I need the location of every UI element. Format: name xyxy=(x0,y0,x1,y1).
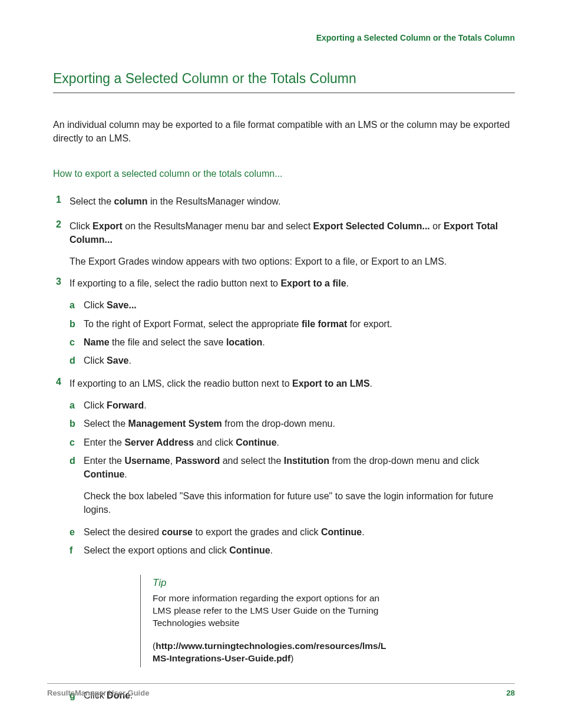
text-run: Select the export options and click xyxy=(84,545,229,555)
text-run: for export. xyxy=(347,319,392,329)
text-run: To the right of Export Format, select th… xyxy=(84,319,302,329)
substep-text: Select the Management System from the dr… xyxy=(84,417,515,430)
howto-heading: How to export a selected column or the t… xyxy=(53,169,515,179)
substep-3b: b To the right of Export Format, select … xyxy=(70,317,515,331)
substep-3c: c Name the file and select the save loca… xyxy=(70,335,515,349)
tip-url: (http://www.turningtechnologies.com/reso… xyxy=(153,640,388,665)
substep-letter: d xyxy=(70,454,84,517)
substep-4b: b Select the Management System from the … xyxy=(70,417,515,430)
text-run: Click xyxy=(84,300,107,310)
substep-3a: a Click Save... xyxy=(70,298,515,312)
substep-3d: d Click Save. xyxy=(70,354,515,367)
text-run: Enter the xyxy=(84,437,124,447)
bold-run: Save xyxy=(107,355,128,365)
substep-text: Click Forward. xyxy=(84,398,515,412)
substep-text: Click Save... xyxy=(84,298,515,312)
step-note: The Export Grades window appears with tw… xyxy=(70,255,515,268)
bold-run: Username xyxy=(124,456,170,466)
bold-run: Institution xyxy=(284,456,329,466)
text-run: If exporting to an LMS, click the readio… xyxy=(70,378,292,388)
bold-run: Export xyxy=(92,221,123,231)
substep-letter: d xyxy=(70,354,84,367)
bold-run: Export to an LMS xyxy=(292,378,370,388)
step-number: 1 xyxy=(53,195,70,208)
bold-run: Management System xyxy=(128,419,222,429)
bold-run: Server Address xyxy=(124,437,194,447)
text-run: Enter the xyxy=(84,456,124,466)
bold-run: Continue xyxy=(236,437,276,447)
step-1: 1 Select the column in the ResultsManage… xyxy=(53,195,515,208)
bold-run: course xyxy=(162,527,193,537)
text-run: Select the xyxy=(84,419,128,429)
text-run: . xyxy=(362,527,364,537)
bold-run: http://www.turningtechnologies.com/resou… xyxy=(153,641,386,663)
step-number: 4 xyxy=(53,377,70,558)
text-run: and select the xyxy=(220,456,284,466)
running-head: Exporting a Selected Column or the Total… xyxy=(53,33,515,42)
intro-paragraph: An individual column may be exported to … xyxy=(53,118,515,145)
tip-heading: Tip xyxy=(153,577,388,589)
substep-4e: e Select the desired course to export th… xyxy=(70,525,515,539)
text-run: Select the desired xyxy=(84,527,162,537)
substep-letter: a xyxy=(70,398,84,412)
tip-text: For more information regarding the expor… xyxy=(153,592,388,630)
bold-run: file format xyxy=(302,319,347,329)
substep-4c: c Enter the Server Address and click Con… xyxy=(70,436,515,449)
bold-run: location xyxy=(226,337,262,347)
step-number: 2 xyxy=(53,219,70,269)
text-run: on the ResultsManager menu bar and selec… xyxy=(123,221,313,231)
text-run: . xyxy=(277,437,279,447)
bold-run: Continue xyxy=(229,545,270,555)
bold-run: Password xyxy=(176,456,220,466)
text-run: . xyxy=(346,278,349,288)
page-title: Exporting a Selected Column or the Total… xyxy=(53,71,515,87)
text-run: . xyxy=(270,545,273,555)
step-text: If exporting to a file, select the radio… xyxy=(70,276,515,290)
text-run: , xyxy=(170,456,176,466)
substep-letter: e xyxy=(70,525,84,539)
bold-run: Export to a file xyxy=(280,278,346,288)
substep-letter: c xyxy=(70,335,84,349)
text-run: . xyxy=(124,469,127,479)
text-run: from the drop-down menu and click xyxy=(329,456,479,466)
text-run: . xyxy=(128,355,131,365)
page-footer: ResultsManager User Guide 28 xyxy=(47,683,515,697)
page-number: 28 xyxy=(507,689,515,697)
text-run: ) xyxy=(290,653,293,663)
substep-letter: b xyxy=(70,317,84,331)
step-number: 3 xyxy=(53,276,70,368)
text-run: to export the grades and click xyxy=(193,527,321,537)
text-run: . xyxy=(262,337,265,347)
substep-4f: f Select the export options and click Co… xyxy=(70,543,515,557)
text-run: from the drop-down menu. xyxy=(222,419,335,429)
footer-title: ResultsManager User Guide xyxy=(47,689,149,697)
substep-text: Name the file and select the save locati… xyxy=(84,335,515,349)
substep-text: Select the export options and click Cont… xyxy=(84,543,515,557)
text-run: If exporting to a file, select the radio… xyxy=(70,278,280,288)
bold-run: Name xyxy=(84,337,110,347)
substep-text: Enter the Username, Password and select … xyxy=(84,454,515,481)
bold-run: Save... xyxy=(107,300,137,310)
substep-letter: b xyxy=(70,417,84,430)
substep-letter: c xyxy=(70,436,84,449)
text-run: or xyxy=(430,221,444,231)
text-run: . xyxy=(370,378,372,388)
substep-4a: a Click Forward. xyxy=(70,398,515,412)
substep-text: To the right of Export Format, select th… xyxy=(84,317,515,331)
substep-note: Check the box labeled "Save this informa… xyxy=(84,489,515,516)
bold-run: Export Selected Column... xyxy=(313,221,430,231)
substep-letter: a xyxy=(70,298,84,312)
step-2: 2 Click Export on the ResultsManager men… xyxy=(53,219,515,269)
step-4: 4 If exporting to an LMS, click the read… xyxy=(53,377,515,558)
step-text: Click Export on the ResultsManager menu … xyxy=(70,219,515,246)
substep-letter: f xyxy=(70,543,84,557)
text-run: Click xyxy=(84,355,107,365)
bold-run: Continue xyxy=(321,527,362,537)
tip-callout: Tip For more information regarding the e… xyxy=(140,575,388,667)
bold-run: column xyxy=(114,196,148,206)
text-run: Click xyxy=(84,400,107,410)
text-run: Click xyxy=(70,221,92,231)
substep-text: Select the desired course to export the … xyxy=(84,525,515,539)
step-text: Select the column in the ResultsManager … xyxy=(70,195,515,208)
text-run: Select the xyxy=(70,196,114,206)
